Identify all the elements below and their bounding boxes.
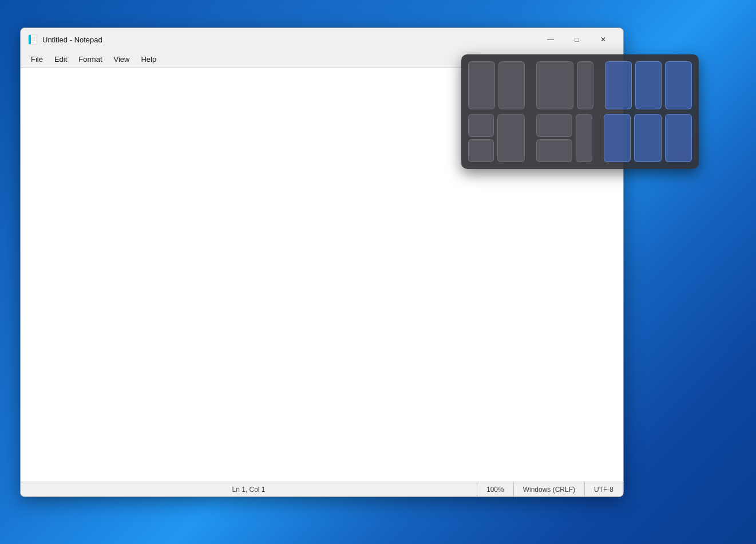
snap-cell-r2c3b[interactable] bbox=[536, 139, 572, 162]
status-position: Ln 1, Col 1 bbox=[21, 482, 477, 496]
status-encoding: UTF-8 bbox=[585, 482, 623, 496]
window-title: Untitled - Notepad bbox=[42, 36, 537, 44]
app-icon bbox=[27, 34, 38, 45]
svg-rect-1 bbox=[29, 35, 31, 44]
snap-cell-r1c5[interactable] bbox=[605, 61, 632, 109]
snap-cell-r1c1[interactable] bbox=[468, 61, 495, 109]
snap-cell-r2c4[interactable] bbox=[576, 114, 592, 162]
snap-cell-r2c1a[interactable] bbox=[468, 114, 494, 137]
snap-overlay bbox=[461, 54, 699, 169]
maximize-button[interactable]: □ bbox=[564, 30, 590, 49]
snap-cell-r2c2[interactable] bbox=[497, 114, 524, 162]
snap-row-2 bbox=[468, 114, 692, 162]
snap-cell-r1c7[interactable] bbox=[665, 61, 692, 109]
snap-row-1 bbox=[468, 61, 692, 109]
snap-cell-r1c6[interactable] bbox=[635, 61, 662, 109]
snap-cell-r1c3[interactable] bbox=[536, 61, 573, 109]
status-line-ending: Windows (CRLF) bbox=[514, 482, 585, 496]
snap-cell-r1c2[interactable] bbox=[498, 61, 525, 109]
menu-format[interactable]: Format bbox=[73, 53, 108, 66]
menu-file[interactable]: File bbox=[25, 53, 49, 66]
snap-cell-r2c5[interactable] bbox=[604, 114, 631, 162]
menu-edit[interactable]: Edit bbox=[49, 53, 73, 66]
menu-view[interactable]: View bbox=[108, 53, 136, 66]
status-zoom: 100% bbox=[477, 482, 514, 496]
window-controls: — □ ✕ bbox=[537, 30, 616, 49]
snap-cell-r1c4[interactable] bbox=[577, 61, 593, 109]
snap-cell-r2c7[interactable] bbox=[665, 114, 692, 162]
snap-group-sep-2 bbox=[597, 61, 601, 109]
close-button[interactable]: ✕ bbox=[590, 30, 616, 49]
snap-cell-r2c6[interactable] bbox=[634, 114, 661, 162]
snap-group-sep-3 bbox=[528, 114, 533, 162]
minimize-button[interactable]: — bbox=[537, 30, 564, 49]
snap-col-r2c3 bbox=[536, 114, 572, 162]
snap-group-sep-4 bbox=[596, 114, 600, 162]
menu-help[interactable]: Help bbox=[135, 53, 162, 66]
snap-cell-r2c3a[interactable] bbox=[536, 114, 572, 137]
snap-col-r2c1 bbox=[468, 114, 494, 162]
snap-group-sep-1 bbox=[528, 61, 533, 109]
status-bar: Ln 1, Col 1 100% Windows (CRLF) UTF-8 bbox=[21, 482, 623, 496]
title-bar: Untitled - Notepad — □ ✕ bbox=[21, 28, 623, 51]
snap-cell-r2c1b[interactable] bbox=[468, 139, 494, 162]
